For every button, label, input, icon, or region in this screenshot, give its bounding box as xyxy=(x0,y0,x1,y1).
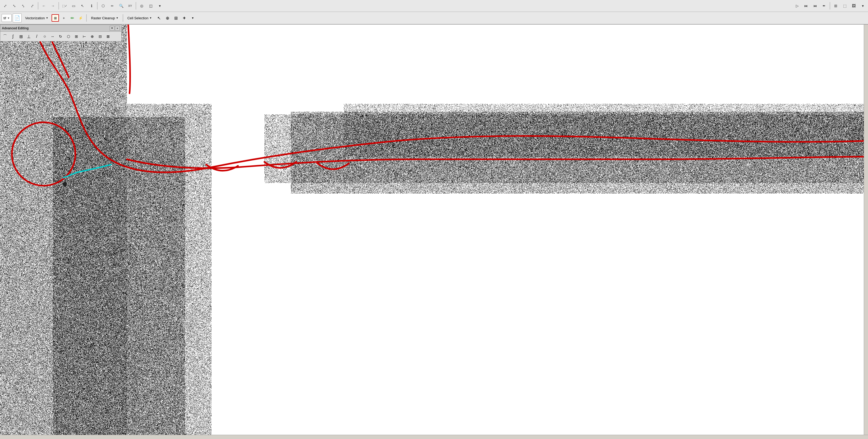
advanced-editing-tools: ⌒ ∫ ⊞ ⊥ / ○ ↔ ↻ ⬡ ⊞ ⊢ ⊕ ⊟ ⊠ xyxy=(0,32,121,41)
erase-button[interactable]: ▭ xyxy=(69,2,78,10)
feature-select-button[interactable]: ⬡ xyxy=(99,2,107,10)
ae-tool-ring[interactable]: ⊕ xyxy=(89,33,96,40)
layer-button[interactable]: ◫ xyxy=(147,2,155,10)
expand-btn-4[interactable]: ⤤ xyxy=(28,2,36,10)
record-button[interactable]: ⏭ xyxy=(802,2,810,10)
more-button[interactable]: ▾ xyxy=(155,2,164,10)
ae-tool-2[interactable]: ∫ xyxy=(9,33,17,40)
find-button[interactable]: 🔍 xyxy=(117,2,125,10)
ae-tool-grid[interactable]: ⊞ xyxy=(73,33,80,40)
file-dropdown[interactable]: tif ▼ xyxy=(2,14,12,22)
goto-xy-button[interactable]: XY xyxy=(126,2,134,10)
ae-tool-rotate[interactable]: ↻ xyxy=(57,33,64,40)
play-button[interactable]: ▷ xyxy=(793,2,801,10)
vector-lightning[interactable]: ⚡ xyxy=(77,14,84,22)
expand-btn-3[interactable]: ⤣ xyxy=(19,2,28,10)
cell-select-remove[interactable]: ⊞ xyxy=(172,14,180,22)
sep1 xyxy=(38,2,38,9)
info-button[interactable]: ℹ xyxy=(87,2,96,10)
advanced-editing-title: Advanced Editing xyxy=(2,26,29,30)
measure-button[interactable]: ⇔ xyxy=(108,2,116,10)
raster-cleanup-dropdown[interactable]: Raster Cleanup ▼ xyxy=(89,14,121,22)
cell-select-cursor[interactable]: ↖ xyxy=(155,14,163,22)
advanced-editing-controls: ▾ × xyxy=(110,26,120,31)
file-dropdown-arrow: ▼ xyxy=(7,16,10,20)
cell-select-add[interactable]: ⊕ xyxy=(164,14,171,22)
file-dropdown-label: tif xyxy=(3,16,6,20)
pen-tool-button[interactable]: ✒ xyxy=(820,2,828,10)
advanced-editing-titlebar: Advanced Editing ▾ × xyxy=(0,25,121,32)
identify-button[interactable]: ◎ xyxy=(137,2,146,10)
vector-pencil[interactable]: ✏ xyxy=(68,14,76,22)
expand-btn-2[interactable]: ⤡ xyxy=(10,2,19,10)
sep-v2 xyxy=(123,14,123,22)
scrollbar-bottom[interactable] xyxy=(0,435,868,439)
ae-tool-1[interactable]: ⌒ xyxy=(1,33,9,40)
arrow-select-button[interactable]: ↖ xyxy=(78,2,87,10)
cell-selection-label: Cell Selection xyxy=(127,16,149,20)
panel-close-button[interactable]: × xyxy=(115,26,120,31)
ae-tool-3[interactable]: ⊞ xyxy=(17,33,25,40)
cell-select-plus[interactable]: + xyxy=(181,14,188,22)
raster-cleanup-label: Raster Cleanup xyxy=(91,16,115,20)
cell-selection-dropdown[interactable]: Cell Selection ▼ xyxy=(125,14,154,22)
ae-tool-group1[interactable]: ⊟ xyxy=(96,33,104,40)
vectorization-label: Vectorization xyxy=(25,16,45,20)
back-button[interactable]: ← xyxy=(40,2,48,10)
sep5 xyxy=(830,2,830,9)
sep4 xyxy=(136,2,136,9)
sep-v1 xyxy=(86,14,87,22)
expand-btn-1[interactable]: ⤢ xyxy=(1,2,9,10)
select-elements-button[interactable]: ⬚✓ xyxy=(60,2,69,10)
ae-tool-5[interactable]: / xyxy=(33,33,40,40)
second-toolbar: tif ▼ 📄 Vectorization ▼ ⊞ + ✏ ⚡ Raster C… xyxy=(0,12,868,25)
forward-button[interactable]: → xyxy=(49,2,57,10)
sep3 xyxy=(97,2,98,9)
ae-tool-polygon[interactable]: ⬡ xyxy=(65,33,72,40)
map-canvas xyxy=(0,25,868,439)
ae-tool-flip[interactable]: ↔ xyxy=(49,33,56,40)
vectorization-dropdown[interactable]: Vectorization ▼ xyxy=(23,14,51,22)
raster-cleanup-arrow: ▼ xyxy=(116,16,119,19)
cell-select-more[interactable]: ▾ xyxy=(189,14,196,22)
ae-tool-4[interactable]: ⊥ xyxy=(25,33,33,40)
vector-icon-2[interactable]: + xyxy=(60,14,67,22)
cell-selection-arrow: ▼ xyxy=(149,16,152,19)
right-more-button[interactable]: ▾ xyxy=(859,2,867,10)
page-icon-button[interactable]: 📄 xyxy=(13,13,22,23)
main-canvas[interactable] xyxy=(0,25,868,439)
vectorization-arrow: ▼ xyxy=(46,16,48,19)
scrollbar-right[interactable] xyxy=(864,25,868,439)
ae-tool-group2[interactable]: ⊠ xyxy=(104,33,112,40)
grid-button[interactable]: ⊞ xyxy=(832,2,840,10)
advanced-editing-panel: Advanced Editing ▾ × ⌒ ∫ ⊞ ⊥ / ○ ↔ ↻ ⬡ ⊞… xyxy=(0,25,122,41)
image-button[interactable]: 🖼 xyxy=(849,2,858,10)
sep2 xyxy=(58,2,59,9)
panel-float-button[interactable]: ▾ xyxy=(110,26,115,31)
ae-tool-extend[interactable]: ⊢ xyxy=(81,33,88,40)
vector-icon-1[interactable]: ⊞ xyxy=(52,14,59,22)
ae-tool-circle[interactable]: ○ xyxy=(41,33,49,40)
crop-button[interactable]: ⬚ xyxy=(840,2,849,10)
top-toolbar: ⤢ ⤡ ⤣ ⤤ ← → ⬚✓ ▭ ↖ ℹ ⬡ ⇔ 🔍 XY ◎ ◫ ▾ ▷ ⏭ … xyxy=(0,0,868,12)
page-icon: 📄 xyxy=(14,15,20,21)
stop-button[interactable]: ⏮ xyxy=(811,2,819,10)
